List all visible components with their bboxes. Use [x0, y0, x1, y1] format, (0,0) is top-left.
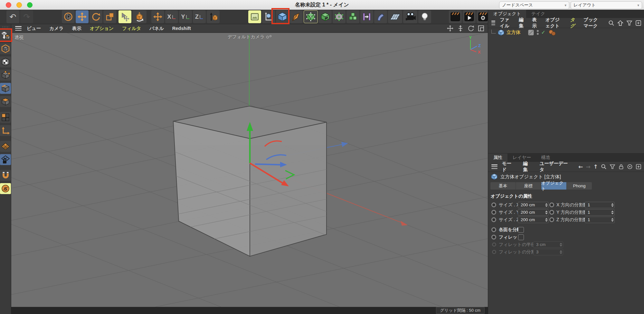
size-x-input[interactable]: 200 cm: [518, 202, 549, 208]
floor-environment-button[interactable]: [388, 10, 402, 23]
scale-tool-button[interactable]: [103, 10, 116, 23]
section-tab-object[interactable]: オブジェクト: [541, 182, 566, 190]
coordinate-system-button[interactable]: [207, 10, 220, 23]
workplane-button[interactable]: [0, 141, 11, 152]
add-panel-icon[interactable]: [635, 20, 641, 26]
light-button[interactable]: [418, 10, 431, 23]
size-z-input[interactable]: 200 cm: [518, 217, 549, 223]
field-button[interactable]: [360, 10, 373, 23]
om-menu-bookmarks[interactable]: ブックマーク: [583, 17, 601, 29]
gizmo-z-handle[interactable]: [255, 164, 280, 165]
uv-mode-button[interactable]: [0, 112, 11, 123]
stepper[interactable]: [611, 202, 614, 208]
attribute-manager-menu-icon[interactable]: [491, 164, 497, 169]
keyframe-dot[interactable]: [491, 210, 496, 215]
fillet-checkbox[interactable]: [518, 234, 524, 240]
dolly-view-icon[interactable]: [457, 25, 464, 32]
section-tab-basic[interactable]: 基本: [490, 182, 516, 190]
om-menu-edit[interactable]: 編集: [519, 17, 524, 29]
filter-icon[interactable]: [610, 164, 615, 170]
lock-icon[interactable]: [618, 164, 624, 170]
undo-button[interactable]: ↶: [6, 10, 19, 23]
segments-x-input[interactable]: 1: [585, 202, 615, 208]
texture-mode-button[interactable]: [0, 56, 11, 67]
model-mode-button[interactable]: [0, 43, 11, 54]
vp-menu-redshift[interactable]: Redshift: [172, 26, 191, 31]
am-menu-mode[interactable]: モード: [502, 161, 516, 173]
render-viewport-button[interactable]: [449, 10, 462, 23]
redo-button[interactable]: ↷: [20, 10, 33, 23]
section-tab-coord[interactable]: 座標: [516, 182, 541, 190]
viewport-3d[interactable]: 透視 デフォルトカメラ Y Z X: [11, 33, 488, 307]
enable-axis-button[interactable]: [0, 125, 11, 136]
cloner-button[interactable]: [346, 10, 359, 23]
om-menu-file[interactable]: ファイル: [500, 17, 511, 29]
filter-icon[interactable]: [626, 20, 632, 26]
camera-button[interactable]: [403, 10, 417, 23]
bend-deformer-button[interactable]: [374, 10, 387, 23]
segments-y-input[interactable]: 1: [585, 209, 615, 216]
stepper[interactable]: [545, 202, 548, 208]
om-menu-tags[interactable]: タグ: [570, 17, 576, 29]
spline-pen-button[interactable]: [290, 10, 303, 23]
visibility-dots-icon[interactable]: [537, 30, 539, 35]
keyframe-dot[interactable]: [549, 210, 554, 215]
search-icon[interactable]: [601, 164, 607, 170]
snap-button[interactable]: [0, 170, 11, 181]
keyframe-dot[interactable]: [491, 217, 496, 222]
render-to-picture-viewer-button[interactable]: [463, 10, 476, 23]
vp-menu-camera[interactable]: カメラ: [49, 25, 64, 32]
point-mode-button[interactable]: [0, 70, 11, 81]
global-move-button[interactable]: [151, 10, 164, 23]
polygon-mode-button[interactable]: [0, 96, 11, 107]
stepper[interactable]: [545, 209, 548, 216]
track-mode-icon[interactable]: [627, 164, 633, 170]
keyframe-dot[interactable]: [491, 227, 496, 232]
parent-up-icon[interactable]: ↑: [593, 163, 598, 170]
section-tab-phong[interactable]: Phong: [567, 182, 592, 190]
history-forward-icon[interactable]: →: [586, 163, 591, 170]
palette-grip[interactable]: [2, 26, 9, 28]
stepper[interactable]: [611, 209, 614, 216]
render-settings-button[interactable]: [477, 10, 489, 23]
keyframe-dot[interactable]: [491, 202, 496, 207]
live-selection-button[interactable]: [62, 10, 75, 23]
layout-dropdown[interactable]: レイアウト ▾: [571, 1, 642, 9]
quantize-button[interactable]: S: [0, 183, 11, 194]
keyframe-dot[interactable]: [549, 202, 554, 207]
volume-generator-button[interactable]: [333, 10, 346, 23]
vp-menu-display[interactable]: 表示: [72, 25, 81, 32]
lock-y-axis-button[interactable]: Y: [179, 10, 192, 23]
keyframe-dot[interactable]: [491, 235, 496, 240]
enabled-check-icon[interactable]: ✓: [541, 29, 545, 35]
layer-toggle-icon[interactable]: [528, 29, 534, 36]
move-tool-button[interactable]: [76, 10, 89, 23]
object-row-cube[interactable]: 立方体 ✓: [488, 28, 644, 37]
separate-surfaces-checkbox[interactable]: [518, 227, 524, 233]
vp-menu-view[interactable]: ビュー: [27, 25, 41, 32]
free-transform-button[interactable]: [132, 10, 147, 23]
stepper[interactable]: [611, 217, 614, 223]
rotate-tool-button[interactable]: [90, 10, 102, 23]
pan-view-icon[interactable]: [447, 25, 454, 32]
phong-tag-icon[interactable]: [548, 29, 556, 36]
tweak-mode-button[interactable]: [118, 10, 131, 23]
extrude-generator-button[interactable]: [319, 10, 332, 23]
history-back-icon[interactable]: ←: [578, 163, 583, 170]
viewport-menu-icon[interactable]: [15, 26, 22, 31]
render-view-button[interactable]: [248, 10, 261, 23]
add-panel-icon[interactable]: [636, 164, 641, 170]
vp-menu-filter[interactable]: フィルタ: [122, 25, 141, 32]
size-y-input[interactable]: 200 cm: [518, 209, 549, 216]
subdivision-surface-button[interactable]: [304, 10, 318, 23]
am-menu-userdata[interactable]: ユーザーデータ: [540, 161, 571, 173]
vp-menu-panel[interactable]: パネル: [149, 25, 164, 32]
stepper[interactable]: [545, 217, 548, 223]
lock-x-axis-button[interactable]: X: [165, 10, 178, 23]
edge-mode-button[interactable]: [0, 83, 11, 94]
segments-z-input[interactable]: 1: [585, 217, 615, 223]
object-manager-menu-icon[interactable]: [491, 21, 495, 25]
camera-label[interactable]: デフォルトカメラ: [213, 34, 287, 40]
om-menu-view[interactable]: 表示: [532, 17, 537, 29]
rotate-view-icon[interactable]: [467, 25, 474, 32]
